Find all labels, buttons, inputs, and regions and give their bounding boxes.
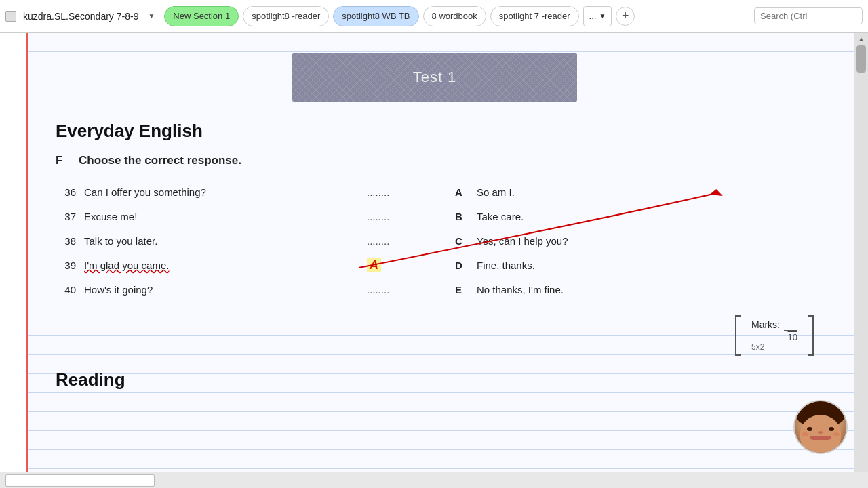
answers-column: A So am I. B Take care. C Yes, can I hel… (414, 180, 814, 302)
q-text-37: Excuse me! (84, 211, 359, 222)
app-title: kuzdra.SL.Secondary 7-8-9 (23, 11, 138, 22)
q-num-37: 37 (56, 211, 76, 222)
test-title: Test 1 (413, 68, 457, 86)
question-row-37: 37 Excuse me! ........ (56, 204, 414, 228)
scroll-thumb[interactable] (856, 45, 866, 73)
q-num-38: 38 (56, 235, 76, 247)
tab-8wordbook[interactable]: 8 wordbook (423, 6, 486, 26)
more-dropdown-arrow: ▼ (599, 12, 606, 20)
task-instruction: Choose the correct response. (79, 154, 241, 167)
app-dropdown-arrow[interactable]: ▼ (148, 12, 155, 20)
reading-title: Reading (56, 369, 814, 390)
q-text-40: How's it going? (84, 284, 359, 296)
q-dots-38: ........ (367, 235, 414, 247)
a-letter-d: D (455, 260, 469, 271)
q-text-36: Can I offer you something? (84, 186, 359, 198)
a-text-d: Fine, thanks. (477, 260, 535, 271)
q-dots-39: A (367, 258, 414, 272)
test-header: Test 1 (56, 53, 814, 102)
q-num-40: 40 (56, 284, 76, 296)
tab-spotlight7-reader[interactable]: spotlight 7 -reader (490, 6, 579, 26)
a-text-c: Yes, can I help you? (477, 235, 568, 247)
more-tabs-button[interactable]: ... ▼ (583, 6, 612, 26)
task-letter: F (56, 154, 69, 167)
answer-row-c: C Yes, can I help you? (455, 228, 814, 253)
task-label-row: F Choose the correct response. (56, 154, 814, 167)
questions-column: 36 Can I offer you something? ........ 3… (56, 180, 414, 302)
answer-row-a: A So am I. (455, 180, 814, 204)
q-dots-36: ........ (367, 186, 414, 198)
question-row-40: 40 How's it going? ........ (56, 277, 414, 302)
question-row-36: 36 Can I offer you something? ........ (56, 180, 414, 204)
marks-label: Marks: (751, 319, 780, 330)
tab-spotlight8-reader-label: spotlight8 -reader (252, 11, 320, 21)
search-input[interactable] (754, 7, 863, 24)
a-letter-b: B (455, 211, 469, 222)
answer-row-b: B Take care. (455, 204, 814, 228)
q-num-36: 36 (56, 186, 76, 198)
scroll-up-arrow[interactable]: ▲ (858, 35, 865, 43)
q-text-39: I'm glad you came. (84, 260, 359, 271)
answer-row-d: D Fine, thanks. (455, 253, 814, 277)
question-row-38: 38 Talk to you later. ........ (56, 228, 414, 253)
tab-spotlight8-wb-tb-label: spotlight8 WB TB (342, 11, 410, 21)
tab-spotlight7-reader-label: spotlight 7 -reader (499, 11, 570, 21)
bottom-bar (0, 472, 868, 488)
left-red-bar (0, 33, 28, 472)
a-text-a: So am I. (477, 186, 515, 198)
a-letter-a: A (455, 186, 469, 198)
add-tab-button[interactable]: + (616, 7, 635, 26)
marks-content: Marks: 10 5x2 (742, 315, 807, 356)
marks-mult: 5x2 (751, 342, 764, 352)
window-icon (5, 11, 16, 22)
a-letter-c: C (455, 235, 469, 247)
marks-area: Marks: 10 5x2 (56, 315, 814, 356)
main-container: Test 1 Everyday English F Choose the cor… (0, 33, 868, 472)
test-box: Test 1 (292, 53, 577, 102)
a-text-b: Take care. (477, 211, 524, 222)
a-letter-e: E (455, 284, 469, 296)
tab-new-section[interactable]: New Section 1 (164, 6, 239, 26)
marks-score-denom: 10 (788, 332, 797, 342)
tab-spotlight8-wb-tb[interactable]: spotlight8 WB TB (333, 6, 418, 26)
q-text-38: Talk to you later. (84, 235, 359, 247)
marks-score (784, 319, 797, 331)
content-area: Test 1 Everyday English F Choose the cor… (28, 33, 854, 472)
question-row-39: 39 I'm glad you came. A (56, 253, 414, 277)
q-num-39: 39 (56, 260, 76, 271)
answer-row-e: E No thanks, I'm fine. (455, 277, 814, 302)
tab-8wordbook-label: 8 wordbook (432, 11, 477, 21)
exercise-area: 36 Can I offer you something? ........ 3… (56, 180, 814, 302)
scrollbar[interactable]: ▲ (854, 33, 868, 472)
tab-spotlight8-reader[interactable]: spotlight8 -reader (243, 6, 329, 26)
section-heading: Everyday English (56, 121, 814, 142)
top-bar: kuzdra.SL.Secondary 7-8-9 ▼ New Section … (0, 0, 868, 33)
q-dots-40: ........ (367, 284, 414, 296)
avatar (793, 400, 848, 454)
a-text-e: No thanks, I'm fine. (477, 284, 564, 296)
tab-new-section-label: New Section 1 (173, 11, 230, 21)
q-dots-37: ........ (367, 211, 414, 222)
window-controls (5, 11, 16, 22)
bottom-input[interactable] (5, 474, 155, 487)
